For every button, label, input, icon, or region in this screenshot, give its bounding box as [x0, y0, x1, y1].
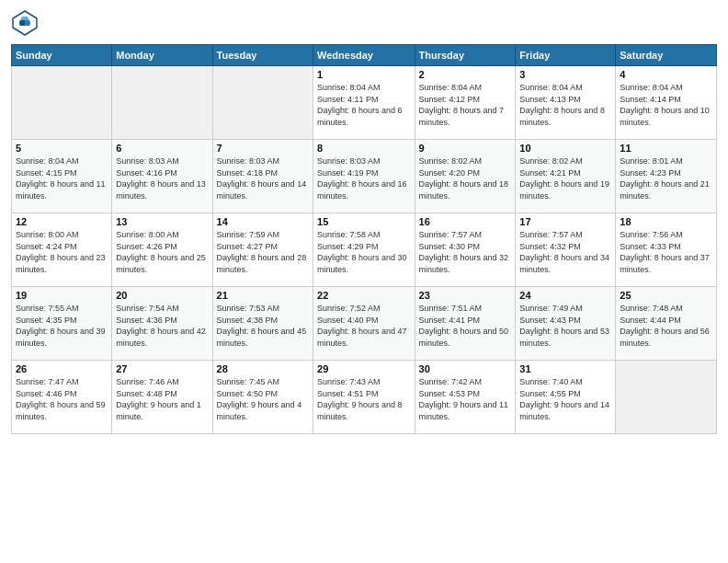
week-row-4: 19Sunrise: 7:55 AM Sunset: 4:35 PM Dayli… [12, 287, 717, 361]
day-number: 20 [116, 290, 208, 301]
day-cell: 24Sunrise: 7:49 AM Sunset: 4:43 PM Dayli… [516, 287, 616, 361]
day-number: 22 [317, 290, 410, 301]
day-cell [112, 66, 212, 140]
weekday-header-sunday: Sunday [12, 45, 112, 66]
day-cell: 20Sunrise: 7:54 AM Sunset: 4:36 PM Dayli… [112, 287, 212, 361]
day-cell: 7Sunrise: 8:03 AM Sunset: 4:18 PM Daylig… [212, 140, 313, 213]
day-info: Sunrise: 8:02 AM Sunset: 4:20 PM Dayligh… [419, 155, 512, 201]
week-row-5: 26Sunrise: 7:47 AM Sunset: 4:46 PM Dayli… [12, 361, 717, 434]
day-number: 27 [116, 363, 208, 374]
day-number: 12 [16, 216, 108, 227]
day-info: Sunrise: 7:48 AM Sunset: 4:44 PM Dayligh… [620, 303, 712, 349]
day-cell [12, 66, 112, 140]
day-cell: 17Sunrise: 7:57 AM Sunset: 4:32 PM Dayli… [516, 213, 616, 287]
logo [11, 9, 42, 37]
day-info: Sunrise: 8:00 AM Sunset: 4:26 PM Dayligh… [116, 229, 208, 275]
day-info: Sunrise: 7:56 AM Sunset: 4:33 PM Dayligh… [620, 229, 712, 275]
weekday-header-friday: Friday [516, 45, 616, 66]
day-info: Sunrise: 8:04 AM Sunset: 4:13 PM Dayligh… [519, 82, 611, 128]
day-info: Sunrise: 7:42 AM Sunset: 4:53 PM Dayligh… [419, 376, 512, 422]
day-number: 29 [317, 363, 410, 374]
day-number: 16 [419, 216, 512, 227]
day-number: 28 [217, 363, 309, 374]
day-cell: 21Sunrise: 7:53 AM Sunset: 4:38 PM Dayli… [212, 287, 313, 361]
calendar-body: 1Sunrise: 8:04 AM Sunset: 4:11 PM Daylig… [12, 66, 717, 434]
day-info: Sunrise: 7:43 AM Sunset: 4:51 PM Dayligh… [317, 376, 410, 422]
day-number: 2 [419, 69, 512, 80]
day-cell: 1Sunrise: 8:04 AM Sunset: 4:11 PM Daylig… [313, 66, 415, 140]
day-number: 18 [620, 216, 712, 227]
calendar-header: SundayMondayTuesdayWednesdayThursdayFrid… [12, 45, 717, 66]
weekday-header-thursday: Thursday [415, 45, 516, 66]
day-info: Sunrise: 7:57 AM Sunset: 4:30 PM Dayligh… [419, 229, 512, 275]
day-info: Sunrise: 7:46 AM Sunset: 4:48 PM Dayligh… [116, 376, 208, 422]
day-cell: 11Sunrise: 8:01 AM Sunset: 4:23 PM Dayli… [616, 140, 717, 213]
day-info: Sunrise: 7:54 AM Sunset: 4:36 PM Dayligh… [116, 303, 208, 349]
weekday-header-wednesday: Wednesday [313, 45, 415, 66]
weekday-row: SundayMondayTuesdayWednesdayThursdayFrid… [12, 45, 717, 66]
day-number: 7 [217, 143, 309, 154]
day-info: Sunrise: 8:02 AM Sunset: 4:21 PM Dayligh… [519, 155, 611, 201]
day-number: 15 [317, 216, 410, 227]
week-row-2: 5Sunrise: 8:04 AM Sunset: 4:15 PM Daylig… [12, 140, 717, 213]
day-number: 21 [217, 290, 309, 301]
day-info: Sunrise: 8:00 AM Sunset: 4:24 PM Dayligh… [16, 229, 108, 275]
day-cell [616, 361, 717, 434]
day-info: Sunrise: 8:04 AM Sunset: 4:14 PM Dayligh… [620, 82, 712, 128]
day-number: 19 [16, 290, 108, 301]
day-cell: 10Sunrise: 8:02 AM Sunset: 4:21 PM Dayli… [516, 140, 616, 213]
day-cell: 15Sunrise: 7:58 AM Sunset: 4:29 PM Dayli… [313, 213, 415, 287]
day-number: 11 [620, 143, 712, 154]
day-info: Sunrise: 7:52 AM Sunset: 4:40 PM Dayligh… [317, 303, 410, 349]
day-cell: 8Sunrise: 8:03 AM Sunset: 4:19 PM Daylig… [313, 140, 415, 213]
weekday-header-saturday: Saturday [616, 45, 717, 66]
day-cell: 28Sunrise: 7:45 AM Sunset: 4:50 PM Dayli… [212, 361, 313, 434]
day-number: 4 [620, 69, 712, 80]
day-number: 13 [116, 216, 208, 227]
day-number: 31 [519, 363, 611, 374]
day-info: Sunrise: 7:53 AM Sunset: 4:38 PM Dayligh… [217, 303, 309, 349]
day-cell: 12Sunrise: 8:00 AM Sunset: 4:24 PM Dayli… [12, 213, 112, 287]
day-cell: 14Sunrise: 7:59 AM Sunset: 4:27 PM Dayli… [212, 213, 313, 287]
day-info: Sunrise: 7:57 AM Sunset: 4:32 PM Dayligh… [519, 229, 611, 275]
weekday-header-tuesday: Tuesday [212, 45, 313, 66]
day-number: 5 [16, 143, 108, 154]
day-info: Sunrise: 8:01 AM Sunset: 4:23 PM Dayligh… [620, 155, 712, 201]
day-number: 25 [620, 290, 712, 301]
day-cell: 27Sunrise: 7:46 AM Sunset: 4:48 PM Dayli… [112, 361, 212, 434]
day-info: Sunrise: 7:47 AM Sunset: 4:46 PM Dayligh… [16, 376, 108, 422]
day-number: 3 [519, 69, 611, 80]
day-cell: 2Sunrise: 8:04 AM Sunset: 4:12 PM Daylig… [415, 66, 516, 140]
day-info: Sunrise: 7:59 AM Sunset: 4:27 PM Dayligh… [217, 229, 309, 275]
day-info: Sunrise: 8:03 AM Sunset: 4:18 PM Dayligh… [217, 155, 309, 201]
day-number: 26 [16, 363, 108, 374]
calendar: SundayMondayTuesdayWednesdayThursdayFrid… [11, 44, 717, 434]
day-number: 6 [116, 143, 208, 154]
day-number: 24 [519, 290, 611, 301]
page-container: SundayMondayTuesdayWednesdayThursdayFrid… [0, 0, 728, 563]
day-info: Sunrise: 8:03 AM Sunset: 4:16 PM Dayligh… [116, 155, 208, 201]
day-info: Sunrise: 7:58 AM Sunset: 4:29 PM Dayligh… [317, 229, 410, 275]
day-cell: 31Sunrise: 7:40 AM Sunset: 4:55 PM Dayli… [516, 361, 616, 434]
day-number: 17 [519, 216, 611, 227]
day-info: Sunrise: 7:45 AM Sunset: 4:50 PM Dayligh… [217, 376, 309, 422]
day-info: Sunrise: 8:04 AM Sunset: 4:11 PM Dayligh… [317, 82, 410, 128]
day-cell: 25Sunrise: 7:48 AM Sunset: 4:44 PM Dayli… [616, 287, 717, 361]
day-number: 23 [419, 290, 512, 301]
day-number: 10 [519, 143, 611, 154]
day-info: Sunrise: 8:03 AM Sunset: 4:19 PM Dayligh… [317, 155, 410, 201]
weekday-header-monday: Monday [112, 45, 212, 66]
day-cell: 18Sunrise: 7:56 AM Sunset: 4:33 PM Dayli… [616, 213, 717, 287]
day-cell: 4Sunrise: 8:04 AM Sunset: 4:14 PM Daylig… [616, 66, 717, 140]
day-number: 30 [419, 363, 512, 374]
day-cell: 22Sunrise: 7:52 AM Sunset: 4:40 PM Dayli… [313, 287, 415, 361]
day-info: Sunrise: 8:04 AM Sunset: 4:12 PM Dayligh… [419, 82, 512, 128]
day-cell: 5Sunrise: 8:04 AM Sunset: 4:15 PM Daylig… [12, 140, 112, 213]
day-number: 8 [317, 143, 410, 154]
day-number: 14 [217, 216, 309, 227]
day-info: Sunrise: 7:40 AM Sunset: 4:55 PM Dayligh… [519, 376, 611, 422]
day-info: Sunrise: 7:51 AM Sunset: 4:41 PM Dayligh… [419, 303, 512, 349]
day-info: Sunrise: 7:49 AM Sunset: 4:43 PM Dayligh… [519, 303, 611, 349]
day-cell: 13Sunrise: 8:00 AM Sunset: 4:26 PM Dayli… [112, 213, 212, 287]
day-cell: 16Sunrise: 7:57 AM Sunset: 4:30 PM Dayli… [415, 213, 516, 287]
